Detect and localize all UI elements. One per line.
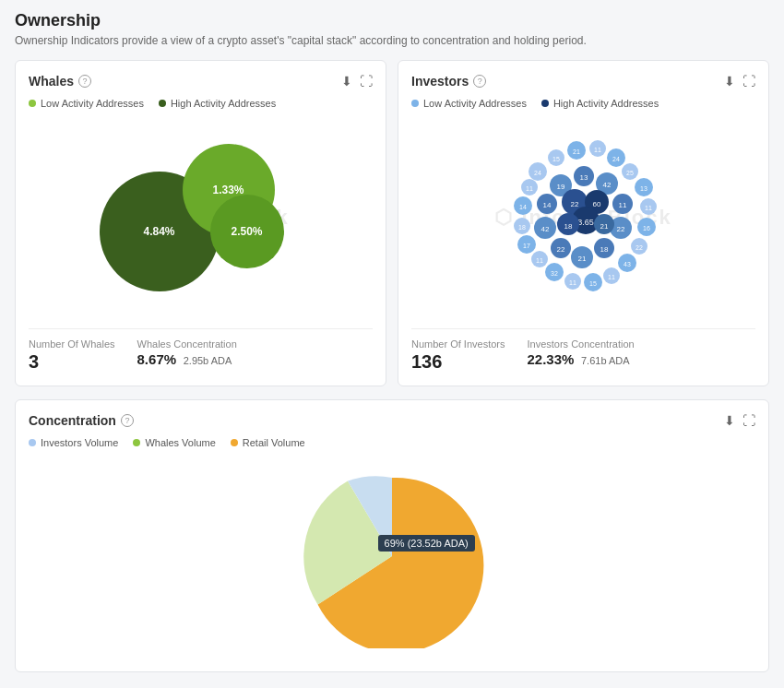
whales-conc-label: Whales Concentration: [137, 338, 237, 350]
investors-low-dot: [411, 100, 419, 107]
svg-text:19: 19: [556, 183, 564, 191]
concentration-help-icon[interactable]: ?: [121, 414, 134, 427]
svg-text:14: 14: [542, 201, 551, 209]
whales-download-btn[interactable]: ⬇: [341, 74, 352, 89]
top-row: Whales ? ⬇ ⛶ Low Activity Addresses High…: [15, 60, 769, 386]
page-title: Ownership: [15, 11, 769, 30]
svg-text:13: 13: [579, 173, 588, 182]
whales-legend-low: Low Activity Addresses: [29, 98, 144, 109]
svg-text:15: 15: [589, 280, 597, 287]
svg-text:25: 25: [626, 170, 634, 176]
whale-bubble-small: 2.50%: [210, 195, 284, 268]
investors-conc-label: Investors Concentration: [527, 338, 634, 350]
concentration-expand-btn[interactable]: ⛶: [742, 413, 755, 428]
whales-title: Whales: [29, 74, 74, 89]
whales-expand-btn[interactable]: ⛶: [360, 74, 373, 89]
whales-card: Whales ? ⬇ ⛶ Low Activity Addresses High…: [15, 60, 386, 386]
svg-text:21: 21: [600, 222, 608, 231]
svg-text:43: 43: [624, 261, 631, 267]
ownership-page: Ownership Ownership Indicators provide a…: [0, 0, 784, 688]
conc-retail-dot: [231, 439, 238, 446]
investors-legend-high: High Activity Addresses: [541, 98, 659, 109]
concentration-legend: Investors Volume Whales Volume Retail Vo…: [29, 437, 755, 448]
investors-title: Investors: [411, 74, 469, 89]
conc-retail-label: Retail Volume: [243, 437, 305, 448]
svg-text:15: 15: [552, 156, 560, 162]
conc-legend-whales: Whales Volume: [133, 437, 215, 448]
investors-card: Investors ? ⬇ ⛶ Low Activity Addresses H…: [398, 60, 769, 386]
whales-card-header: Whales ? ⬇ ⛶: [29, 74, 373, 89]
investors-conc-sub: 7.61b ADA: [581, 355, 630, 366]
svg-text:16: 16: [643, 225, 650, 231]
investors-low-label: Low Activity Addresses: [423, 98, 527, 109]
conc-whales-label: Whales Volume: [145, 437, 215, 448]
conc-whales-dot: [133, 439, 140, 446]
concentration-download-btn[interactable]: ⬇: [724, 413, 735, 428]
svg-text:11: 11: [569, 279, 576, 286]
svg-text:42: 42: [540, 225, 549, 233]
svg-text:24: 24: [612, 156, 620, 162]
whales-conc-stat: Whales Concentration 8.67% 2.95b ADA: [137, 338, 237, 373]
investors-help-icon[interactable]: ?: [473, 75, 486, 88]
investors-high-dot: [541, 100, 549, 107]
whales-low-dot: [29, 100, 36, 107]
investors-actions: ⬇ ⛶: [724, 74, 755, 89]
whales-count-stat: Number Of Whales 3: [29, 338, 115, 373]
whales-conc-sub: 2.95b ADA: [184, 355, 232, 366]
whales-actions: ⬇ ⛶: [341, 74, 373, 89]
whales-high-label: High Activity Addresses: [171, 98, 276, 109]
investors-svg: 24 15 21 11 24 25 13 11 16 22 43 11 15 1…: [464, 121, 704, 314]
whales-chart-area: ⬡ IntoTheBlock 4.84% 1.33% 2.50%: [29, 116, 373, 319]
whales-help-icon[interactable]: ?: [78, 75, 91, 88]
whales-high-dot: [159, 100, 166, 107]
svg-text:24: 24: [534, 170, 541, 176]
svg-text:11: 11: [618, 201, 626, 209]
svg-text:21: 21: [577, 255, 586, 263]
investors-conc-stat: Investors Concentration 22.33% 7.61b ADA: [527, 338, 634, 373]
whales-stats: Number Of Whales 3 Whales Concentration …: [29, 328, 373, 373]
svg-text:11: 11: [526, 185, 533, 192]
investors-count-value: 136: [411, 351, 505, 373]
whales-legend-high: High Activity Addresses: [159, 98, 276, 109]
investors-count-label: Number Of Investors: [411, 338, 505, 350]
svg-text:13: 13: [640, 185, 647, 192]
svg-text:11: 11: [645, 205, 652, 211]
svg-text:60: 60: [592, 200, 600, 208]
svg-text:22: 22: [556, 245, 564, 254]
whales-count-label: Number Of Whales: [29, 338, 115, 350]
whales-conc-value: 8.67% 2.95b ADA: [137, 351, 237, 367]
investors-legend: Low Activity Addresses High Activity Add…: [411, 98, 755, 109]
svg-text:18: 18: [518, 224, 526, 231]
investors-stats: Number Of Investors 136 Investors Concen…: [411, 328, 755, 373]
whales-title-row: Whales ?: [29, 74, 91, 89]
svg-text:11: 11: [594, 147, 601, 153]
svg-text:32: 32: [551, 270, 558, 277]
whales-bubble-chart: 4.84% 1.33% 2.50%: [90, 125, 312, 310]
conc-investors-label: Investors Volume: [41, 437, 118, 448]
svg-text:18: 18: [600, 245, 608, 254]
svg-text:22: 22: [636, 244, 643, 251]
investors-conc-pct: 22.33%: [527, 351, 574, 367]
investors-expand-btn[interactable]: ⛶: [742, 74, 755, 89]
svg-text:42: 42: [602, 181, 611, 189]
investors-count-stat: Number Of Investors 136: [411, 338, 505, 373]
investors-card-header: Investors ? ⬇ ⛶: [411, 74, 755, 89]
svg-text:11: 11: [536, 257, 543, 264]
investors-high-label: High Activity Addresses: [553, 98, 659, 109]
whales-low-label: Low Activity Addresses: [41, 98, 144, 109]
pie-wrapper: 69% (23.52b ADA): [291, 464, 493, 651]
investors-chart-area: ⬡ IntoTheBlock 24 15 21 11 24 25 13: [411, 116, 755, 319]
conc-investors-dot: [29, 439, 36, 446]
concentration-actions: ⬇ ⛶: [724, 413, 755, 428]
investors-download-btn[interactable]: ⬇: [724, 74, 735, 89]
concentration-chart-area: ⬡ IntoTheBlock 69% (23.52b ADA): [29, 456, 755, 658]
svg-text:22: 22: [570, 200, 578, 208]
svg-text:22: 22: [616, 225, 624, 233]
concentration-pie-svg: [291, 464, 493, 648]
svg-text:21: 21: [573, 148, 580, 155]
svg-text:3.65: 3.65: [577, 218, 594, 227]
investors-conc-value: 22.33% 7.61b ADA: [527, 351, 634, 367]
page-subtitle: Ownership Indicators provide a view of a…: [15, 34, 769, 47]
conc-legend-investors: Investors Volume: [29, 437, 118, 448]
investors-title-row: Investors ?: [411, 74, 486, 89]
